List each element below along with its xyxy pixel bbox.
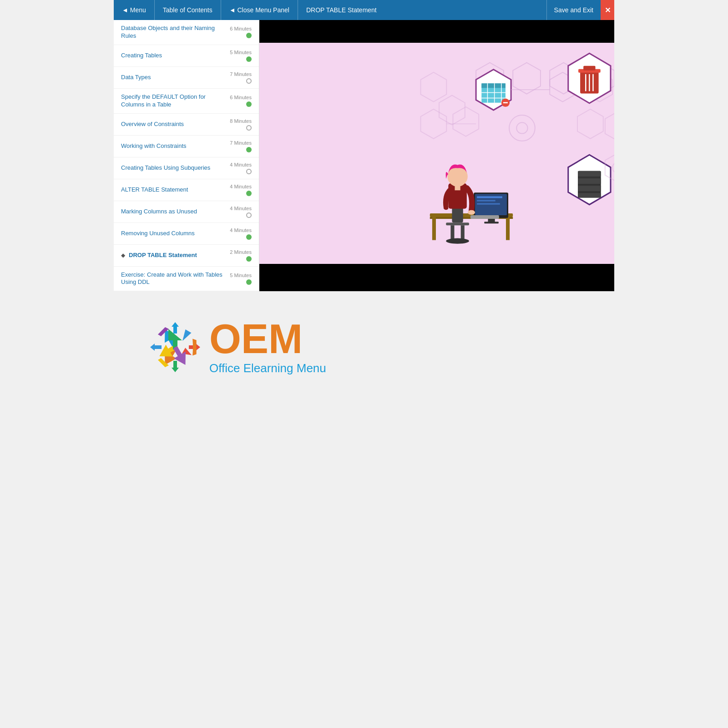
sidebar-item-label: Marking Columns as Unused	[121, 208, 197, 216]
sidebar-item-progress-dot	[246, 56, 252, 62]
top-navigation: ◄ Menu Table of Contents ◄ Close Menu Pa…	[114, 0, 614, 20]
svg-point-38	[612, 162, 614, 173]
svg-rect-33	[578, 171, 601, 177]
sidebar-item-label: Exercise: Create and Work with Tables Us…	[121, 271, 230, 287]
svg-rect-21	[583, 66, 595, 71]
sidebar-item-progress-dot	[246, 169, 252, 174]
logo-section: OEM Office Elearning Menu	[114, 291, 614, 394]
sidebar-item-progress-dot	[246, 279, 252, 285]
svg-marker-75	[150, 344, 162, 351]
svg-marker-73	[172, 361, 179, 372]
sidebar-item-label: Removing Unused Columns	[121, 230, 195, 238]
sidebar-item-label: DROP TABLE Statement	[129, 252, 197, 259]
svg-rect-47	[452, 207, 463, 222]
svg-point-28	[516, 122, 527, 133]
sidebar-item-duration: 5 Minutes	[230, 50, 252, 55]
sidebar-item-duration: 4 Minutes	[230, 206, 252, 211]
logo-arrows-icon	[150, 322, 200, 372]
sidebar-item-progress-dot	[246, 256, 252, 262]
svg-rect-35	[578, 186, 601, 191]
logo-text-block: OEM Office Elearning Menu	[209, 318, 326, 375]
svg-rect-44	[450, 225, 454, 239]
svg-marker-1	[513, 63, 541, 94]
sidebar-item-progress-dot	[246, 191, 252, 196]
svg-rect-55	[470, 215, 499, 219]
sidebar-item-progress-dot	[246, 33, 252, 38]
sidebar-item-progress-dot	[246, 212, 252, 218]
sidebar-item-duration: 4 Minutes	[230, 228, 252, 233]
save-exit-button[interactable]: Save and Exit	[546, 0, 601, 20]
svg-marker-30	[605, 111, 614, 141]
sidebar-item-progress-dot	[246, 234, 252, 240]
sidebar-item-data-types[interactable]: Data Types7 Minutes	[114, 67, 259, 89]
canvas-main	[259, 43, 614, 264]
svg-point-27	[509, 115, 535, 141]
sidebar-item-label: ALTER TABLE Statement	[121, 186, 188, 194]
svg-rect-36	[578, 193, 601, 197]
sidebar-item-working-constraints[interactable]: Working with Constraints7 Minutes	[114, 136, 259, 157]
sidebar-item-progress-dot	[246, 78, 252, 84]
sidebar-item-label: Specify the DEFAULT Option for Columns i…	[121, 93, 230, 109]
sidebar-item-progress-dot	[246, 125, 252, 131]
sidebar-item-database-objects[interactable]: Database Objects and their Naming Rules6…	[114, 20, 259, 45]
sidebar-item-label: Creating Tables Using Subqueries	[121, 164, 210, 172]
canvas-area	[259, 20, 614, 291]
sidebar-item-drop-table[interactable]: ◆DROP TABLE Statement2 Minutes	[114, 245, 259, 267]
sidebar-item-duration: 4 Minutes	[230, 162, 252, 167]
sidebar-item-progress-dot	[246, 101, 252, 107]
svg-rect-41	[432, 217, 436, 240]
sidebar-item-duration: 4 Minutes	[230, 184, 252, 189]
sidebar-item-duration: 8 Minutes	[230, 118, 252, 124]
sidebar-item-duration: 5 Minutes	[230, 273, 252, 278]
sidebar-item-duration: 2 Minutes	[230, 249, 252, 255]
close-x-icon: ✕	[605, 6, 611, 15]
sidebar-item-creating-tables-subqueries[interactable]: Creating Tables Using Subqueries4 Minute…	[114, 157, 259, 179]
svg-rect-34	[578, 178, 601, 184]
toc-label: Table of Contents	[163, 6, 212, 14]
sidebar-item-specify-default[interactable]: Specify the DEFAULT Option for Columns i…	[114, 89, 259, 114]
sidebar-item-alter-table[interactable]: ALTER TABLE Statement4 Minutes	[114, 179, 259, 201]
sidebar-item-label: Overview of Constraints	[121, 121, 184, 128]
close-x-button[interactable]: ✕	[601, 0, 614, 20]
svg-marker-67	[180, 329, 191, 343]
sidebar-item-exercise-create[interactable]: Exercise: Create and Work with Tables Us…	[114, 267, 259, 292]
canvas-top-bar	[259, 20, 614, 43]
main-content: Database Objects and their Naming Rules6…	[114, 20, 614, 291]
svg-marker-25	[421, 109, 447, 139]
svg-marker-14	[421, 72, 447, 102]
svg-marker-69	[172, 322, 179, 334]
current-item-arrow-icon: ◆	[121, 252, 125, 258]
svg-marker-29	[577, 109, 603, 139]
svg-rect-50	[477, 196, 502, 198]
lesson-title: DROP TABLE Statement	[298, 6, 546, 14]
sidebar-item-label: Working with Constraints	[121, 142, 187, 150]
sidebar-item-creating-tables[interactable]: Creating Tables5 Minutes	[114, 45, 259, 67]
lesson-title-text: DROP TABLE Statement	[306, 6, 377, 14]
sidebar-item-duration: 6 Minutes	[230, 95, 252, 100]
svg-point-46	[446, 238, 469, 244]
close-panel-button[interactable]: ◄ Close Menu Panel	[221, 0, 298, 20]
sidebar: Database Objects and their Naming Rules6…	[114, 20, 259, 291]
sidebar-item-duration: 7 Minutes	[230, 140, 252, 146]
sidebar-item-marking-columns[interactable]: Marking Columns as Unused4 Minutes	[114, 201, 259, 223]
svg-rect-52	[477, 203, 500, 205]
sidebar-item-duration: 7 Minutes	[230, 71, 252, 77]
sidebar-item-duration: 6 Minutes	[230, 26, 252, 31]
sidebar-item-progress-dot	[246, 147, 252, 152]
sidebar-item-label: Database Objects and their Naming Rules	[121, 25, 230, 40]
svg-rect-54	[484, 222, 498, 223]
svg-rect-51	[477, 200, 495, 202]
svg-rect-6	[481, 83, 506, 88]
menu-button[interactable]: ◄ Menu	[114, 0, 155, 20]
svg-point-57	[468, 210, 475, 215]
close-panel-label: ◄ Close Menu Panel	[229, 6, 289, 14]
menu-label: ◄ Menu	[122, 6, 146, 14]
svg-rect-45	[461, 225, 465, 239]
save-exit-label: Save and Exit	[554, 6, 593, 14]
sidebar-item-removing-columns[interactable]: Removing Unused Columns4 Minutes	[114, 223, 259, 245]
sidebar-item-overview-constraints[interactable]: Overview of Constraints8 Minutes	[114, 114, 259, 136]
toc-button[interactable]: Table of Contents	[155, 0, 221, 20]
svg-rect-42	[506, 217, 510, 240]
logo-tagline-text: Office Elearning Menu	[209, 361, 326, 375]
logo-container: OEM Office Elearning Menu	[150, 318, 326, 375]
